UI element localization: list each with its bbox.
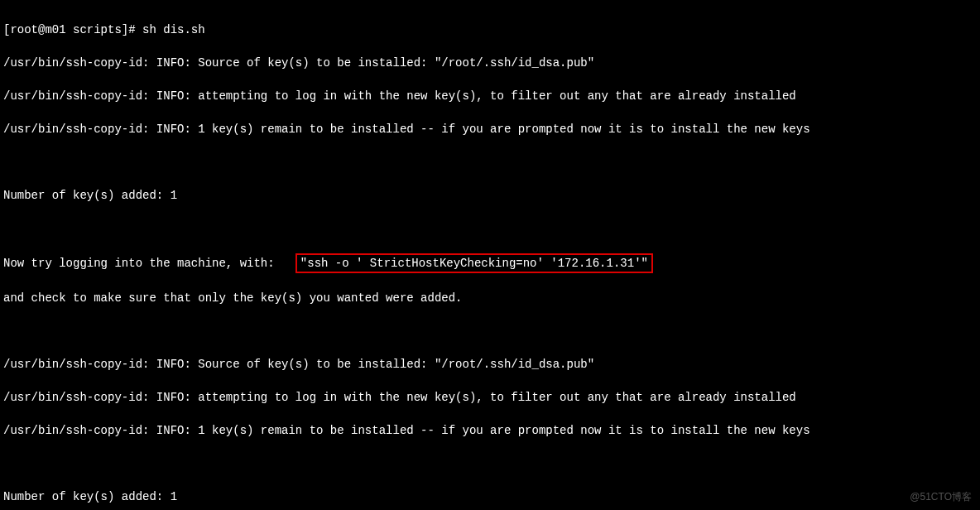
- blank-line: [3, 455, 977, 472]
- output-line: /usr/bin/ssh-copy-id: INFO: Source of ke…: [3, 55, 977, 71]
- output-line: /usr/bin/ssh-copy-id: INFO: attempting t…: [3, 389, 977, 406]
- output-line: Now try logging into the machine, with: …: [3, 253, 977, 273]
- shell-prompt: [root@m01 scripts]#: [3, 23, 142, 36]
- blank-line: [3, 154, 977, 171]
- output-line: /usr/bin/ssh-copy-id: INFO: 1 key(s) rem…: [3, 422, 977, 439]
- try-prefix: Now try logging into the machine, with:: [3, 257, 295, 270]
- command-text: sh dis.sh: [142, 23, 205, 36]
- blank-line: [3, 220, 977, 237]
- prompt-line: [root@m01 scripts]# sh dis.sh: [3, 22, 977, 38]
- output-line: Number of key(s) added: 1: [3, 187, 977, 204]
- output-line: /usr/bin/ssh-copy-id: INFO: Source of ke…: [3, 356, 977, 373]
- terminal-output[interactable]: [root@m01 scripts]# sh dis.sh /usr/bin/s…: [0, 0, 980, 510]
- output-line: /usr/bin/ssh-copy-id: INFO: attempting t…: [3, 88, 977, 104]
- watermark-text: @51CTO博客: [910, 488, 972, 505]
- blank-line: [3, 323, 977, 339]
- output-line: and check to make sure that only the key…: [3, 290, 977, 306]
- highlight-box: "ssh -o ' StrictHostKeyChecking=no' '172…: [295, 253, 653, 273]
- output-line: Number of key(s) added: 1: [3, 488, 977, 505]
- output-line: /usr/bin/ssh-copy-id: INFO: 1 key(s) rem…: [3, 121, 977, 137]
